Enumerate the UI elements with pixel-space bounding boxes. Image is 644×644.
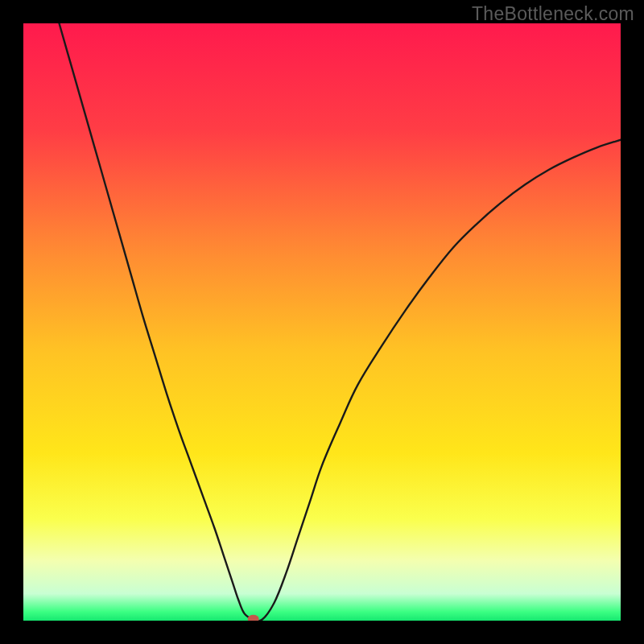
bottleneck-chart bbox=[23, 23, 621, 621]
outer-frame: TheBottleneck.com bbox=[0, 0, 644, 644]
gradient-background bbox=[23, 23, 621, 621]
watermark-text: TheBottleneck.com bbox=[472, 3, 634, 25]
plot-area bbox=[23, 23, 621, 621]
